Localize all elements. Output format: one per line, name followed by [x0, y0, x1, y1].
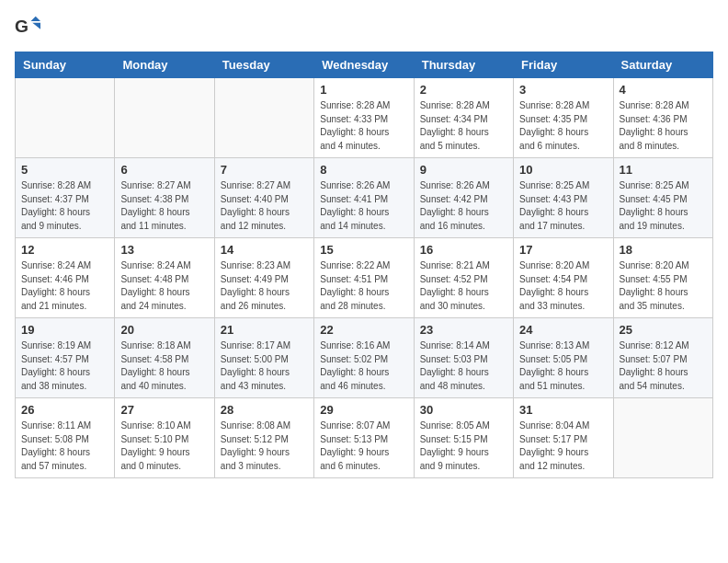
day-number: 11 — [620, 163, 707, 177]
day-info: Sunrise: 8:14 AM Sunset: 5:03 PM Dayligh… — [420, 339, 507, 393]
day-info: Sunrise: 8:20 AM Sunset: 4:54 PM Dayligh… — [519, 259, 607, 313]
day-number: 26 — [21, 403, 108, 417]
weekday-header-saturday: Saturday — [613, 52, 712, 78]
day-info: Sunrise: 8:24 AM Sunset: 4:48 PM Dayligh… — [120, 259, 208, 313]
day-number: 2 — [420, 83, 507, 97]
calendar-day-cell: 5Sunrise: 8:28 AM Sunset: 4:37 PM Daylig… — [16, 158, 115, 238]
calendar-week-row: 12Sunrise: 8:24 AM Sunset: 4:46 PM Dayli… — [16, 238, 713, 318]
calendar-empty-cell — [115, 78, 214, 158]
day-info: Sunrise: 8:26 AM Sunset: 4:42 PM Dayligh… — [420, 179, 507, 233]
calendar-day-cell: 24Sunrise: 8:13 AM Sunset: 5:05 PM Dayli… — [514, 318, 613, 398]
day-number: 30 — [420, 403, 507, 417]
day-number: 14 — [221, 243, 308, 257]
calendar-day-cell: 16Sunrise: 8:21 AM Sunset: 4:52 PM Dayli… — [414, 238, 513, 318]
day-info: Sunrise: 8:19 AM Sunset: 4:57 PM Dayligh… — [21, 339, 108, 393]
weekday-header-wednesday: Wednesday — [314, 52, 414, 78]
calendar-empty-cell — [613, 398, 712, 478]
day-info: Sunrise: 8:28 AM Sunset: 4:37 PM Dayligh… — [21, 179, 108, 233]
day-info: Sunrise: 8:25 AM Sunset: 4:45 PM Dayligh… — [620, 179, 707, 233]
calendar-day-cell: 27Sunrise: 8:10 AM Sunset: 5:10 PM Dayli… — [115, 398, 214, 478]
calendar-empty-cell — [16, 78, 115, 158]
day-number: 5 — [21, 163, 108, 177]
calendar-day-cell: 6Sunrise: 8:27 AM Sunset: 4:38 PM Daylig… — [115, 158, 214, 238]
calendar-day-cell: 25Sunrise: 8:12 AM Sunset: 5:07 PM Dayli… — [613, 318, 712, 398]
day-number: 18 — [620, 243, 707, 257]
day-number: 31 — [519, 403, 607, 417]
calendar-week-row: 26Sunrise: 8:11 AM Sunset: 5:08 PM Dayli… — [16, 398, 713, 478]
calendar-day-cell: 13Sunrise: 8:24 AM Sunset: 4:48 PM Dayli… — [115, 238, 214, 318]
weekday-header-tuesday: Tuesday — [214, 52, 313, 78]
day-info: Sunrise: 8:18 AM Sunset: 4:58 PM Dayligh… — [120, 339, 208, 393]
calendar-week-row: 5Sunrise: 8:28 AM Sunset: 4:37 PM Daylig… — [16, 158, 713, 238]
day-info: Sunrise: 8:25 AM Sunset: 4:43 PM Dayligh… — [519, 179, 607, 233]
day-number: 17 — [519, 243, 607, 257]
day-number: 28 — [221, 403, 308, 417]
day-info: Sunrise: 8:27 AM Sunset: 4:40 PM Dayligh… — [221, 179, 308, 233]
weekday-header-sunday: Sunday — [16, 52, 115, 78]
calendar-day-cell: 12Sunrise: 8:24 AM Sunset: 4:46 PM Dayli… — [16, 238, 115, 318]
day-info: Sunrise: 8:16 AM Sunset: 5:02 PM Dayligh… — [320, 339, 407, 393]
svg-marker-2 — [32, 23, 40, 29]
day-number: 21 — [221, 323, 308, 337]
calendar-empty-cell — [214, 78, 313, 158]
calendar-day-cell: 31Sunrise: 8:04 AM Sunset: 5:17 PM Dayli… — [514, 398, 613, 478]
calendar-day-cell: 11Sunrise: 8:25 AM Sunset: 4:45 PM Dayli… — [613, 158, 712, 238]
day-info: Sunrise: 8:28 AM Sunset: 4:33 PM Dayligh… — [320, 99, 407, 153]
calendar-week-row: 19Sunrise: 8:19 AM Sunset: 4:57 PM Dayli… — [16, 318, 713, 398]
day-info: Sunrise: 8:10 AM Sunset: 5:10 PM Dayligh… — [120, 419, 208, 473]
calendar-day-cell: 21Sunrise: 8:17 AM Sunset: 5:00 PM Dayli… — [214, 318, 313, 398]
calendar-day-cell: 4Sunrise: 8:28 AM Sunset: 4:36 PM Daylig… — [613, 78, 712, 158]
calendar-day-cell: 19Sunrise: 8:19 AM Sunset: 4:57 PM Dayli… — [16, 318, 115, 398]
calendar-header-row: SundayMondayTuesdayWednesdayThursdayFrid… — [16, 52, 713, 78]
calendar-day-cell: 15Sunrise: 8:22 AM Sunset: 4:51 PM Dayli… — [314, 238, 414, 318]
day-number: 19 — [21, 323, 108, 337]
day-info: Sunrise: 8:04 AM Sunset: 5:17 PM Dayligh… — [519, 419, 607, 473]
calendar-day-cell: 3Sunrise: 8:28 AM Sunset: 4:35 PM Daylig… — [514, 78, 613, 158]
calendar-day-cell: 30Sunrise: 8:05 AM Sunset: 5:15 PM Dayli… — [414, 398, 513, 478]
day-info: Sunrise: 8:05 AM Sunset: 5:15 PM Dayligh… — [420, 419, 507, 473]
svg-text:G: G — [15, 17, 28, 36]
calendar-day-cell: 14Sunrise: 8:23 AM Sunset: 4:49 PM Dayli… — [214, 238, 313, 318]
day-number: 29 — [320, 403, 407, 417]
weekday-header-monday: Monday — [115, 52, 214, 78]
day-info: Sunrise: 8:08 AM Sunset: 5:12 PM Dayligh… — [221, 419, 308, 473]
calendar-day-cell: 10Sunrise: 8:25 AM Sunset: 4:43 PM Dayli… — [514, 158, 613, 238]
day-number: 3 — [519, 83, 607, 97]
calendar-day-cell: 26Sunrise: 8:11 AM Sunset: 5:08 PM Dayli… — [16, 398, 115, 478]
day-number: 27 — [120, 403, 208, 417]
day-number: 12 — [21, 243, 108, 257]
calendar-day-cell: 17Sunrise: 8:20 AM Sunset: 4:54 PM Dayli… — [514, 238, 613, 318]
day-info: Sunrise: 8:26 AM Sunset: 4:41 PM Dayligh… — [320, 179, 407, 233]
logo: G — [15, 15, 44, 40]
day-number: 20 — [120, 323, 208, 337]
svg-marker-1 — [31, 17, 41, 21]
day-number: 8 — [320, 163, 407, 177]
calendar-day-cell: 1Sunrise: 8:28 AM Sunset: 4:33 PM Daylig… — [314, 78, 414, 158]
logo-icon: G — [15, 15, 40, 40]
calendar-day-cell: 22Sunrise: 8:16 AM Sunset: 5:02 PM Dayli… — [314, 318, 414, 398]
calendar-table: SundayMondayTuesdayWednesdayThursdayFrid… — [15, 52, 713, 478]
day-number: 22 — [320, 323, 407, 337]
calendar-day-cell: 9Sunrise: 8:26 AM Sunset: 4:42 PM Daylig… — [414, 158, 513, 238]
day-number: 7 — [221, 163, 308, 177]
calendar-day-cell: 8Sunrise: 8:26 AM Sunset: 4:41 PM Daylig… — [314, 158, 414, 238]
calendar-day-cell: 18Sunrise: 8:20 AM Sunset: 4:55 PM Dayli… — [613, 238, 712, 318]
day-number: 4 — [620, 83, 707, 97]
day-info: Sunrise: 8:20 AM Sunset: 4:55 PM Dayligh… — [620, 259, 707, 313]
day-number: 13 — [120, 243, 208, 257]
day-number: 25 — [620, 323, 707, 337]
day-number: 10 — [519, 163, 607, 177]
day-info: Sunrise: 8:11 AM Sunset: 5:08 PM Dayligh… — [21, 419, 108, 473]
day-info: Sunrise: 8:13 AM Sunset: 5:05 PM Dayligh… — [519, 339, 607, 393]
day-number: 9 — [420, 163, 507, 177]
calendar-week-row: 1Sunrise: 8:28 AM Sunset: 4:33 PM Daylig… — [16, 78, 713, 158]
day-info: Sunrise: 8:24 AM Sunset: 4:46 PM Dayligh… — [21, 259, 108, 313]
weekday-header-friday: Friday — [514, 52, 613, 78]
day-info: Sunrise: 8:21 AM Sunset: 4:52 PM Dayligh… — [420, 259, 507, 313]
weekday-header-thursday: Thursday — [414, 52, 513, 78]
calendar-day-cell: 29Sunrise: 8:07 AM Sunset: 5:13 PM Dayli… — [314, 398, 414, 478]
day-info: Sunrise: 8:12 AM Sunset: 5:07 PM Dayligh… — [620, 339, 707, 393]
calendar-day-cell: 23Sunrise: 8:14 AM Sunset: 5:03 PM Dayli… — [414, 318, 513, 398]
day-info: Sunrise: 8:27 AM Sunset: 4:38 PM Dayligh… — [120, 179, 208, 233]
calendar-day-cell: 7Sunrise: 8:27 AM Sunset: 4:40 PM Daylig… — [214, 158, 313, 238]
